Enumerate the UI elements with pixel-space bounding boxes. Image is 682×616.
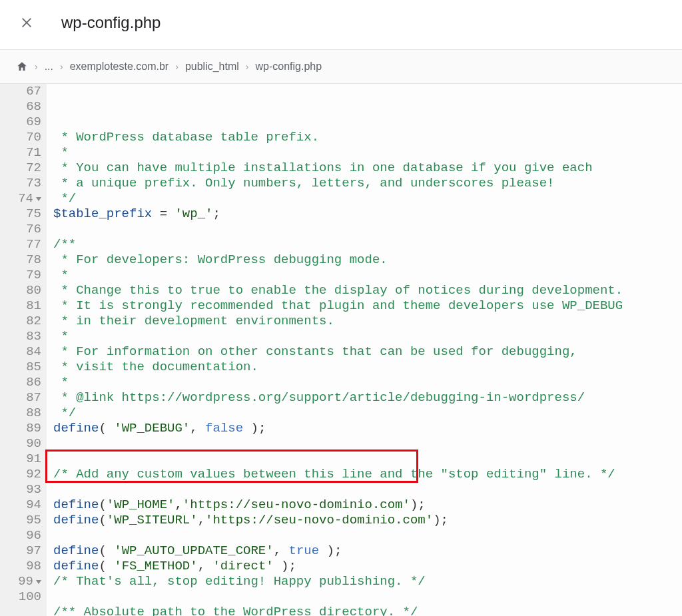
- close-button[interactable]: [16, 12, 37, 33]
- close-icon: [20, 16, 33, 29]
- breadcrumb: › ... › exemploteste.com.br › public_htm…: [0, 50, 682, 84]
- code-line[interactable]: [53, 452, 623, 467]
- code-line[interactable]: *: [53, 268, 623, 283]
- code-line[interactable]: [53, 436, 623, 452]
- code-line[interactable]: /** Absolute path to the WordPress direc…: [53, 605, 623, 616]
- code-line[interactable]: [53, 222, 623, 237]
- line-number: 80: [3, 283, 41, 298]
- line-number: 75: [3, 206, 41, 222]
- line-number: 99: [3, 574, 41, 589]
- line-number: 98: [3, 559, 41, 574]
- line-number: 84: [3, 344, 41, 360]
- code-line[interactable]: * @link https://wordpress.org/support/ar…: [53, 390, 623, 406]
- line-number: 95: [3, 513, 41, 528]
- line-number: 90: [3, 436, 41, 452]
- line-number: 83: [3, 329, 41, 344]
- line-number: 81: [3, 298, 41, 314]
- chevron-right-icon: ›: [35, 61, 38, 72]
- code-line[interactable]: * Change this to true to enable the disp…: [53, 283, 623, 298]
- line-number: 87: [3, 390, 41, 406]
- file-title: wp-config.php: [61, 13, 161, 32]
- line-number: 69: [3, 115, 41, 130]
- code-line[interactable]: [53, 528, 623, 543]
- line-number: 79: [3, 268, 41, 283]
- code-line[interactable]: * You can have multiple installations in…: [53, 160, 623, 176]
- line-number: 74: [3, 191, 41, 206]
- breadcrumb-segment[interactable]: wp-config.php: [255, 61, 322, 73]
- line-number: 85: [3, 360, 41, 375]
- code-line[interactable]: $table_prefix = 'wp_';: [53, 206, 623, 222]
- code-line[interactable]: * in their development environments.: [53, 314, 623, 329]
- fold-toggle-icon[interactable]: [36, 580, 41, 584]
- line-number: 89: [3, 421, 41, 436]
- line-number: 73: [3, 176, 41, 191]
- code-area[interactable]: * WordPress database table prefix. * * Y…: [47, 84, 623, 616]
- home-icon[interactable]: [16, 61, 28, 73]
- code-line[interactable]: * WordPress database table prefix.: [53, 130, 623, 145]
- line-number: 100: [3, 589, 41, 605]
- line-number: 88: [3, 406, 41, 421]
- code-line[interactable]: /**: [53, 237, 623, 252]
- code-line[interactable]: * For developers: WordPress debugging mo…: [53, 252, 623, 268]
- code-line[interactable]: */: [53, 191, 623, 206]
- code-line[interactable]: define( 'WP_AUTO_UPDATE_CORE', true );: [53, 543, 623, 559]
- line-number: 78: [3, 252, 41, 268]
- line-number: 68: [3, 99, 41, 115]
- fold-toggle-icon[interactable]: [36, 197, 41, 201]
- line-number: 82: [3, 314, 41, 329]
- code-line[interactable]: define('WP_HOME','https://seu-novo-domin…: [53, 497, 623, 513]
- code-line[interactable]: [53, 589, 623, 605]
- code-line[interactable]: /* That's all, stop editing! Happy publi…: [53, 574, 623, 589]
- code-line[interactable]: /* Add any custom values between this li…: [53, 467, 623, 482]
- code-line[interactable]: define( 'WP_DEBUG', false );: [53, 421, 623, 436]
- line-number: 72: [3, 160, 41, 176]
- line-number: 77: [3, 237, 41, 252]
- line-number-gutter: 6768697071727374757677787980818283848586…: [0, 84, 47, 616]
- line-number: 67: [3, 84, 41, 99]
- editor-header: wp-config.php: [0, 0, 682, 50]
- line-number: 86: [3, 375, 41, 390]
- code-line[interactable]: [53, 482, 623, 497]
- line-number: 91: [3, 452, 41, 467]
- code-line[interactable]: * For information on other constants tha…: [53, 344, 623, 360]
- breadcrumb-segment[interactable]: public_html: [185, 61, 239, 73]
- code-line[interactable]: * It is strongly recommended that plugin…: [53, 298, 623, 314]
- line-number: 96: [3, 528, 41, 543]
- line-number: 92: [3, 467, 41, 482]
- breadcrumb-segment[interactable]: exemploteste.com.br: [70, 61, 169, 73]
- code-line[interactable]: define('WP_SITEURL','https://seu-novo-do…: [53, 513, 623, 528]
- code-line[interactable]: *: [53, 329, 623, 344]
- chevron-right-icon: ›: [246, 61, 249, 72]
- line-number: 94: [3, 497, 41, 513]
- line-number: 70: [3, 130, 41, 145]
- code-editor[interactable]: 6768697071727374757677787980818283848586…: [0, 84, 682, 616]
- code-line[interactable]: *: [53, 375, 623, 390]
- code-line[interactable]: *: [53, 145, 623, 160]
- code-line[interactable]: define( 'FS_METHOD', 'direct' );: [53, 559, 623, 574]
- line-number: 93: [3, 482, 41, 497]
- breadcrumb-ellipsis[interactable]: ...: [45, 61, 53, 73]
- line-number: 97: [3, 543, 41, 559]
- line-number: 76: [3, 222, 41, 237]
- chevron-right-icon: ›: [60, 61, 63, 72]
- line-number: 71: [3, 145, 41, 160]
- code-line[interactable]: * a unique prefix. Only numbers, letters…: [53, 176, 623, 191]
- chevron-right-icon: ›: [175, 61, 178, 72]
- code-line[interactable]: */: [53, 406, 623, 421]
- code-line[interactable]: * visit the documentation.: [53, 360, 623, 375]
